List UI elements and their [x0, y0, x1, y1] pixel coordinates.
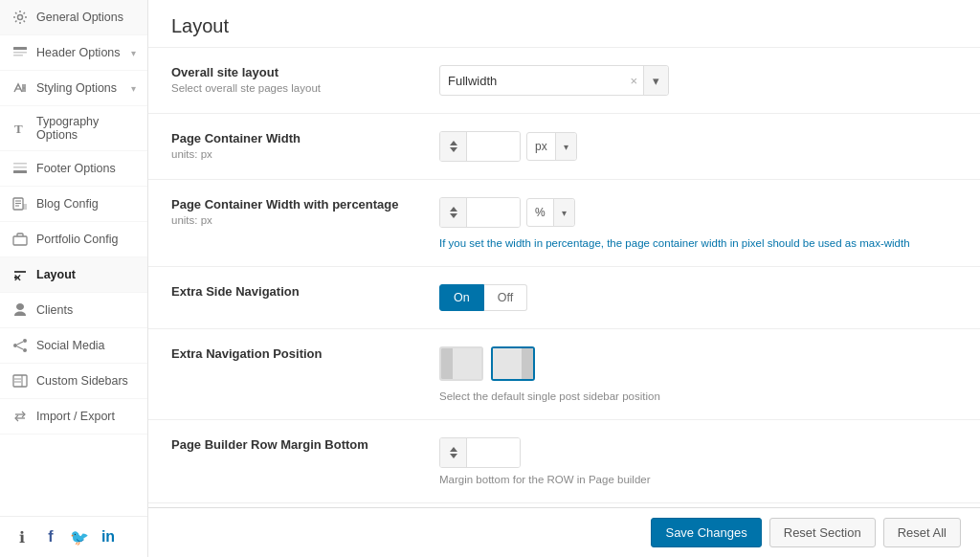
- unit-arrow-icon[interactable]: ▾: [553, 199, 574, 226]
- facebook-icon[interactable]: f: [40, 526, 61, 547]
- page-builder-margin-input[interactable]: 85: [467, 438, 520, 467]
- svg-rect-2: [13, 52, 27, 54]
- extra-side-nav-control: On Off: [439, 284, 957, 311]
- svg-rect-16: [13, 236, 27, 245]
- sidebar-item-label: Blog Config: [36, 197, 136, 211]
- svg-rect-9: [13, 163, 27, 165]
- extra-side-nav-row: Extra Side Navigation On Off: [148, 267, 980, 329]
- stepper-arrows-icon[interactable]: [440, 132, 467, 161]
- svg-marker-35: [450, 447, 457, 452]
- sidebar-item-label: Footer Options: [36, 162, 136, 175]
- page-container-width-unit[interactable]: px ▾: [526, 132, 577, 161]
- sidebar-item-portfolio-config[interactable]: Portfolio Config: [0, 222, 147, 257]
- save-changes-button[interactable]: Save Changes: [651, 518, 761, 547]
- svg-marker-31: [450, 141, 457, 145]
- sidebar-item-label: Styling Options: [36, 81, 131, 95]
- sidebar-item-social-media[interactable]: Social Media: [0, 328, 147, 364]
- svg-rect-10: [13, 167, 27, 168]
- svg-point-21: [13, 344, 17, 347]
- overall-layout-row: Overall site layout Select overall ste p…: [148, 48, 980, 114]
- content-strip: [453, 348, 481, 379]
- sidebar-item-styling-options[interactable]: Styling Options ▾: [0, 71, 147, 106]
- page-header: Layout: [148, 0, 980, 48]
- styling-icon: [11, 79, 29, 97]
- page-container-pct-row: Page Container Width with percentage uni…: [148, 180, 980, 267]
- page-builder-margin-label: Page Builder Row Margin Bottom: [171, 437, 439, 455]
- page-container-width-input[interactable]: 1100: [467, 132, 520, 161]
- select-arrow-icon[interactable]: ▾: [643, 66, 668, 95]
- page-builder-margin-inputs: 85: [439, 437, 957, 468]
- svg-rect-3: [13, 55, 23, 56]
- overall-layout-select[interactable]: Fullwidth × ▾: [439, 65, 669, 96]
- svg-marker-34: [450, 213, 457, 218]
- nav-pos-left-icon[interactable]: [439, 346, 483, 381]
- toggle-off-button[interactable]: Off: [484, 284, 527, 311]
- sidebar-item-clients[interactable]: Clients: [0, 293, 147, 328]
- sidebar-item-layout[interactable]: ✕ Layout: [0, 257, 147, 293]
- svg-marker-36: [450, 454, 457, 458]
- sidebar-item-custom-sidebars[interactable]: Custom Sidebars: [0, 364, 147, 399]
- sidebar-item-footer-options[interactable]: Footer Options: [0, 151, 147, 187]
- page-builder-margin-row: Page Builder Row Margin Bottom 85: [148, 420, 980, 503]
- main-content: Layout Overall site layout Select overal…: [148, 0, 980, 557]
- page-builder-margin-stepper[interactable]: 85: [439, 437, 521, 468]
- right-strip: [522, 348, 533, 379]
- sidebar-item-label: Typography Options: [36, 115, 136, 142]
- svg-text:✕: ✕: [13, 273, 21, 282]
- extra-nav-position-control: Select the default single post sidebar p…: [439, 346, 957, 402]
- page-container-pct-label: Page Container Width with percentage uni…: [171, 197, 439, 226]
- page-container-width-label: Page Container Width units: px: [171, 131, 439, 160]
- sidebar-item-general-options[interactable]: General Options: [0, 0, 147, 35]
- reset-section-button[interactable]: Reset Section: [769, 518, 876, 547]
- select-value: Fullwidth: [440, 74, 624, 88]
- linkedin-icon[interactable]: in: [98, 526, 119, 547]
- stepper-arrows-icon[interactable]: [440, 438, 467, 467]
- sidebars-icon: [11, 372, 29, 390]
- sidebar-item-label: Social Media: [36, 339, 136, 352]
- page-container-width-stepper[interactable]: 1100: [439, 131, 521, 162]
- reset-all-button[interactable]: Reset All: [883, 518, 961, 547]
- nav-pos-group: [439, 346, 957, 381]
- sidebar: General Options Header Options ▾: [0, 0, 148, 557]
- sidebar-item-header-options[interactable]: Header Options ▾: [0, 35, 147, 71]
- layout-icon: ✕: [11, 266, 29, 283]
- pct-hint: If you set the width in percentage, the …: [439, 237, 957, 249]
- svg-rect-25: [13, 375, 27, 387]
- svg-point-22: [23, 348, 27, 352]
- svg-line-24: [17, 346, 23, 349]
- nav-pos-right-icon[interactable]: [491, 346, 535, 381]
- page-builder-margin-control: 85 Margin bottom for the ROW in Page bui…: [439, 437, 957, 485]
- page-container-pct-input[interactable]: 87: [467, 198, 520, 227]
- page-container-pct-stepper[interactable]: 87: [439, 197, 521, 228]
- page-title: Layout: [171, 15, 957, 37]
- overall-layout-control: Fullwidth × ▾: [439, 65, 957, 96]
- blog-icon: [11, 195, 29, 212]
- unit-arrow-icon[interactable]: ▾: [555, 133, 576, 160]
- unit-value: %: [527, 206, 553, 219]
- chevron-down-icon: ▾: [131, 48, 136, 58]
- svg-marker-33: [450, 207, 457, 212]
- nav-pos-description: Select the default single post sidebar p…: [439, 390, 957, 402]
- extra-side-nav-label: Extra Side Navigation: [171, 284, 439, 301]
- twitter-icon[interactable]: 🐦: [69, 526, 90, 547]
- clients-icon: [11, 301, 29, 319]
- sidebar-item-label: Portfolio Config: [36, 233, 136, 246]
- extra-side-nav-toggle: On Off: [439, 284, 957, 311]
- toggle-on-button[interactable]: On: [439, 284, 484, 311]
- sidebar-item-blog-config[interactable]: Blog Config: [0, 187, 147, 222]
- svg-point-0: [18, 15, 23, 20]
- content-strip: [493, 348, 522, 379]
- stepper-arrows-icon[interactable]: [440, 198, 467, 227]
- sidebar-footer: ℹ f 🐦 in: [0, 516, 147, 557]
- extra-nav-position-label: Extra Navigation Position: [171, 346, 439, 364]
- select-clear-icon[interactable]: ×: [624, 74, 643, 88]
- header-icon: [11, 44, 29, 61]
- sidebar-item-label: Layout: [36, 268, 136, 281]
- sidebar-item-typography-options[interactable]: T Typography Options: [0, 106, 147, 151]
- info-icon[interactable]: ℹ: [11, 526, 33, 547]
- page-container-pct-unit[interactable]: % ▾: [526, 198, 575, 227]
- svg-rect-11: [13, 170, 27, 173]
- sidebar-item-label: Custom Sidebars: [36, 374, 136, 388]
- sidebar-item-import-export[interactable]: Import / Export: [0, 399, 147, 434]
- svg-point-20: [23, 339, 27, 343]
